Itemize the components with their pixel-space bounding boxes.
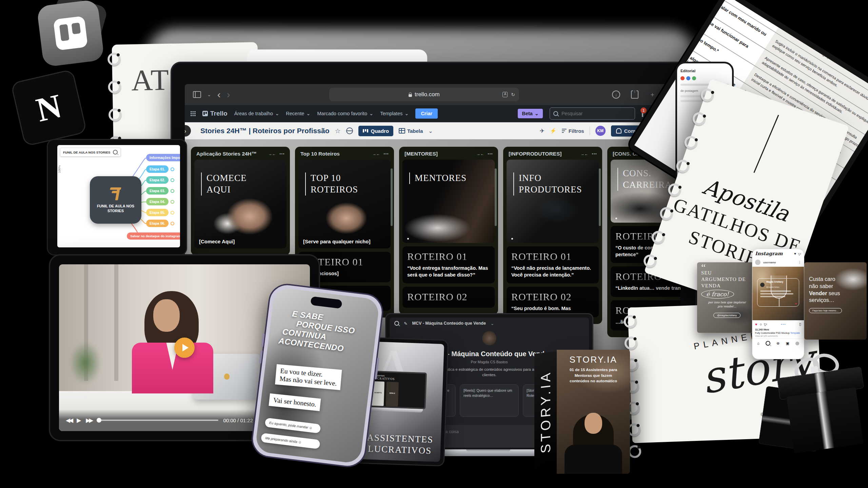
toolbar-chevron-icon[interactable]: ⌄ <box>207 92 211 97</box>
star-icon[interactable]: ☆ <box>335 127 340 135</box>
reload-icon[interactable]: ↻ <box>511 92 515 97</box>
branch-etapa-05[interactable]: Etapa 05. <box>146 209 169 216</box>
trello-logo[interactable]: Trello <box>202 110 228 117</box>
like-icon[interactable]: ♥ <box>755 322 757 326</box>
plant-decor <box>69 341 101 385</box>
search-icon[interactable] <box>394 321 399 326</box>
notebook-corner-text: AT <box>131 63 170 98</box>
username[interactable]: username <box>763 261 776 264</box>
back-icon[interactable]: ‹ <box>217 89 221 100</box>
cta-pill[interactable]: Faça isso hoje mesmo… <box>809 308 842 313</box>
rewind-icon[interactable]: ◀◀ <box>66 417 72 424</box>
comments-link[interactable]: View all 325 comments <box>755 335 801 337</box>
card-cover-comece-aqui[interactable]: COMECEAQUI [Comece Aqui] <box>194 160 287 248</box>
reels-icon[interactable]: ▣ <box>786 341 789 346</box>
new-chat-icon[interactable]: ✎ <box>404 321 407 326</box>
card-roteiro-02[interactable]: ROTEIRO 02“Seu produto é bom. Mas <box>507 287 599 317</box>
nav-templates[interactable]: Templates⌄ <box>380 111 409 116</box>
nav-favoritos[interactable]: Marcado como favorito⌄ <box>317 111 373 116</box>
presenter-face <box>153 299 180 332</box>
card-roteiro-01[interactable]: ROTEIRO 01“Você entrega transformação. M… <box>402 246 495 283</box>
app-switcher-icon[interactable] <box>190 111 196 116</box>
collapse-list-icon[interactable]: →← <box>269 152 276 156</box>
share-post-icon[interactable]: ▷ <box>764 322 768 327</box>
share-icon[interactable]: ↑ <box>631 90 638 99</box>
list-menu-icon[interactable]: ⋯ <box>383 151 389 157</box>
branch-salvar-destaque[interactable]: Salvar no destaque do instagram <box>127 232 180 240</box>
list-menu-icon[interactable]: ⋯ <box>592 151 597 157</box>
comment-icon[interactable]: ○ <box>760 322 762 326</box>
branch-etapa-03[interactable]: Etapa 03. <box>146 187 169 195</box>
fast-forward-icon[interactable]: ▶▶ <box>86 417 92 424</box>
beta-dropdown[interactable]: Beta⌄ <box>518 109 543 118</box>
automation-icon[interactable]: ⚡ <box>550 128 556 134</box>
new-post-icon[interactable]: ⊕ <box>776 341 780 346</box>
heart-icon[interactable]: ♥ <box>794 252 796 256</box>
list-scrollbar[interactable] <box>599 168 601 226</box>
collapse-list-icon[interactable]: →← <box>581 152 588 156</box>
home-icon[interactable]: ⌂ <box>757 341 760 345</box>
card-cover-top10[interactable]: TOP 10ROTEIROS [Serve para qualquer nich… <box>298 160 391 248</box>
collapse-sidebar-icon[interactable]: › <box>185 125 191 137</box>
card-cover-infoprodutores[interactable]: INFOPRODUTORES <box>507 160 599 243</box>
card-roteiro-01[interactable]: ROTEIRO 01“Você não precisa de lançament… <box>507 246 599 283</box>
cover-dot <box>615 218 617 219</box>
search-box[interactable] <box>550 107 635 120</box>
explore-icon[interactable] <box>766 341 770 346</box>
gift-body <box>786 387 863 453</box>
list-scrollbar[interactable] <box>495 168 497 226</box>
translate-icon[interactable]: A <box>502 92 508 97</box>
ig-post-custa-caro: Custa caro não saber Vender seus serviço… <box>804 262 867 340</box>
downloads-icon[interactable]: ↓ <box>612 90 620 99</box>
caption-tag[interactable]: Template <box>790 332 800 334</box>
nav-recente[interactable]: Recente⌄ <box>286 111 310 116</box>
storyia-subline: 01 de 15 Assistentes para <box>570 368 617 372</box>
views-chevron-icon[interactable]: ⌄ <box>428 128 433 134</box>
avatar[interactable] <box>755 260 761 265</box>
list-menu-icon[interactable]: ⋯ <box>279 151 285 157</box>
mindmap-tablet: FUNIL DE AULA NOS STORIES Informações Im… <box>47 139 187 256</box>
search-input[interactable] <box>561 110 620 117</box>
collapse-list-icon[interactable]: →← <box>477 152 484 156</box>
branch-etapa-06[interactable]: Etapa 06. <box>146 220 169 227</box>
forward-icon[interactable]: › <box>227 89 230 100</box>
collapse-list-icon[interactable]: →← <box>373 152 380 156</box>
filters-button[interactable]: Filtros <box>562 128 584 134</box>
list-menu-icon[interactable]: ⋯ <box>488 151 493 157</box>
play-icon[interactable]: ▶ <box>77 417 81 424</box>
card-cover-mentores[interactable]: MENTORES <box>402 160 495 243</box>
branch-informacoes[interactable]: Informações Importantes <box>146 154 180 161</box>
new-tab-icon[interactable]: ＋ <box>649 90 655 99</box>
trello-app-icon <box>37 0 105 67</box>
progress-handle[interactable] <box>97 418 101 423</box>
branch-etapa-04[interactable]: Etapa 04. <box>146 198 169 205</box>
story-screen[interactable]: E SABE PORQUE ISSO CONTINUA ACONTECENDO … <box>255 287 380 464</box>
view-board-button[interactable]: Quadro <box>358 126 393 136</box>
prompt-card-reels[interactable]: [Reels]: Quero que elabore um reels estr… <box>460 384 519 417</box>
post-menu-icon[interactable]: ⋮ <box>798 261 801 264</box>
member-avatar[interactable]: KM <box>595 126 606 136</box>
list-title: Aplicação Stories 24H™ <box>196 151 257 157</box>
bookmark-icon[interactable]: ▯ <box>799 322 801 326</box>
gpt-window-title[interactable]: MCV - Máquina Conteúdo que Vende <box>412 321 486 326</box>
sidebar-icon[interactable] <box>193 91 201 98</box>
view-table-button[interactable]: Tabela <box>399 128 423 134</box>
dm-icon[interactable]: ▷ <box>798 251 802 256</box>
mcv-titlebar: ✎ MCV - Máquina Conteúdo que Vende ⌄ <box>390 318 589 329</box>
progress-bar[interactable] <box>97 420 218 421</box>
mindmap-center-node[interactable]: FUNIL DE AULA NOS STORIES <box>90 176 141 224</box>
create-button[interactable]: Criar <box>415 108 438 119</box>
spiral-rings <box>107 53 122 149</box>
visibility-icon[interactable] <box>346 127 353 134</box>
card-roteiro-02[interactable]: ROTEIRO 02 <box>402 287 495 308</box>
post-media[interactable]: Magda Cristiany@magdacristiany ♥ <box>752 267 804 320</box>
list-scrollbar[interactable] <box>391 168 393 226</box>
power-ups-icon[interactable]: ✈ <box>540 127 545 135</box>
nav-areas-de-trabalho[interactable]: Áreas de trabalho⌄ <box>234 111 279 116</box>
mindmap-doc-tab[interactable]: FUNIL DE AULA NOS STORIES <box>60 148 121 157</box>
branch-etapa-01[interactable]: Etapa 01. <box>146 165 169 173</box>
play-button[interactable] <box>174 338 195 358</box>
branch-etapa-02[interactable]: Etapa 02. <box>146 176 169 184</box>
profile-icon[interactable] <box>795 342 799 345</box>
address-bar[interactable]: trello.com ▷ A ↻ <box>329 88 519 101</box>
